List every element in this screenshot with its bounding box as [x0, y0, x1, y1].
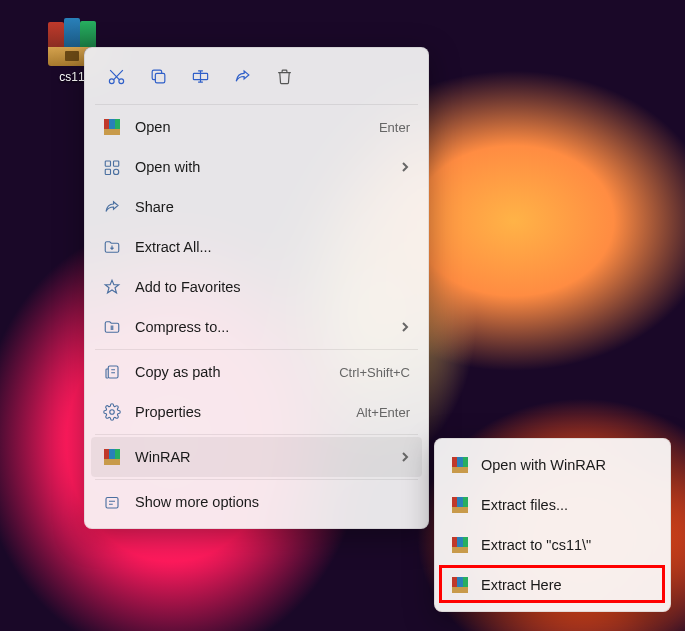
context-menu: Open Enter Open with Share Extract All..… [84, 47, 429, 529]
submenu-item-extract-here[interactable]: Extract Here [441, 565, 664, 605]
menu-item-label: Extract All... [135, 239, 410, 255]
separator [95, 434, 418, 435]
submenu-item-label: Extract to "cs11\" [481, 537, 591, 553]
menu-item-copy-path[interactable]: Copy as path Ctrl+Shift+C [91, 352, 422, 392]
submenu-item-label: Extract Here [481, 577, 562, 593]
svg-rect-4 [105, 161, 110, 166]
menu-item-label: Share [135, 199, 410, 215]
submenu-item-extract-to[interactable]: Extract to "cs11\" [441, 525, 664, 565]
menu-item-open[interactable]: Open Enter [91, 107, 422, 147]
menu-item-extract-all[interactable]: Extract All... [91, 227, 422, 267]
menu-item-shortcut: Alt+Enter [356, 405, 410, 420]
svg-point-1 [118, 78, 123, 83]
menu-item-shortcut: Ctrl+Shift+C [339, 365, 410, 380]
winrar-icon [451, 456, 469, 474]
menu-item-label: Open [135, 119, 365, 135]
chevron-right-icon [400, 319, 410, 335]
copy-icon [149, 67, 168, 86]
cut-button[interactable] [97, 58, 135, 94]
svg-rect-10 [106, 498, 118, 509]
properties-icon [103, 403, 121, 421]
star-icon [103, 278, 121, 296]
folder-extract-icon [103, 238, 121, 256]
winrar-icon [103, 448, 121, 466]
submenu-item-label: Extract files... [481, 497, 568, 513]
trash-icon [275, 67, 294, 86]
copy-path-icon [103, 363, 121, 381]
menu-item-label: Add to Favorites [135, 279, 410, 295]
share-icon [233, 67, 252, 86]
winrar-icon [451, 576, 469, 594]
svg-rect-2 [155, 73, 165, 83]
winrar-icon [103, 118, 121, 136]
open-with-icon [103, 158, 121, 176]
svg-point-9 [110, 410, 115, 415]
winrar-icon [451, 536, 469, 554]
menu-item-open-with[interactable]: Open with [91, 147, 422, 187]
menu-item-favorites[interactable]: Add to Favorites [91, 267, 422, 307]
menu-item-compress[interactable]: Compress to... [91, 307, 422, 347]
desktop-icon-label: cs11 [59, 70, 84, 84]
svg-point-0 [109, 78, 114, 83]
menu-item-more-options[interactable]: Show more options [91, 482, 422, 522]
submenu-item-extract-files[interactable]: Extract files... [441, 485, 664, 525]
menu-item-label: Open with [135, 159, 386, 175]
menu-item-label: Copy as path [135, 364, 325, 380]
rename-icon [191, 67, 210, 86]
svg-rect-8 [108, 366, 118, 378]
cut-icon [107, 67, 126, 86]
copy-button[interactable] [139, 58, 177, 94]
submenu-item-label: Open with WinRAR [481, 457, 606, 473]
menu-item-label: WinRAR [135, 449, 386, 465]
winrar-submenu: Open with WinRAR Extract files... Extrac… [434, 438, 671, 612]
menu-item-winrar[interactable]: WinRAR [91, 437, 422, 477]
separator [95, 349, 418, 350]
separator [95, 479, 418, 480]
compress-icon [103, 318, 121, 336]
menu-item-label: Show more options [135, 494, 410, 510]
svg-rect-6 [105, 169, 110, 174]
chevron-right-icon [400, 449, 410, 465]
svg-rect-5 [114, 161, 119, 166]
delete-button[interactable] [265, 58, 303, 94]
menu-item-properties[interactable]: Properties Alt+Enter [91, 392, 422, 432]
rename-button[interactable] [181, 58, 219, 94]
share-button[interactable] [223, 58, 261, 94]
more-options-icon [103, 493, 121, 511]
chevron-right-icon [400, 159, 410, 175]
context-menu-toolbar [91, 54, 422, 102]
submenu-item-open-winrar[interactable]: Open with WinRAR [441, 445, 664, 485]
svg-point-7 [114, 169, 119, 174]
separator [95, 104, 418, 105]
menu-item-shortcut: Enter [379, 120, 410, 135]
menu-item-label: Properties [135, 404, 342, 420]
menu-item-share[interactable]: Share [91, 187, 422, 227]
menu-item-label: Compress to... [135, 319, 386, 335]
share-icon [103, 198, 121, 216]
winrar-icon [451, 496, 469, 514]
